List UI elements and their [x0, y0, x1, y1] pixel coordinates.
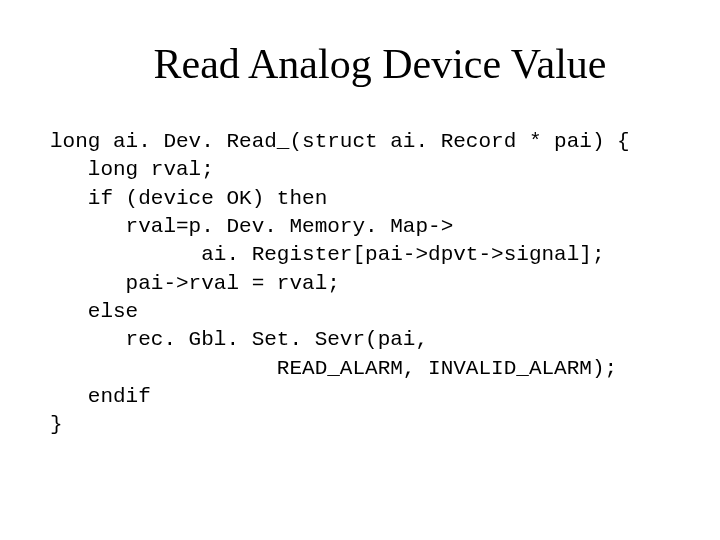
code-line: else	[50, 300, 138, 323]
code-line: endif	[50, 385, 151, 408]
slide-title: Read Analog Device Value	[40, 40, 680, 88]
code-line: READ_ALARM, INVALID_ALARM);	[50, 357, 617, 380]
code-line: }	[50, 413, 63, 436]
code-block: long ai. Dev. Read_(struct ai. Record * …	[50, 128, 680, 440]
code-line: if (device OK) then	[50, 187, 327, 210]
code-line: pai->rval = rval;	[50, 272, 340, 295]
code-line: rval=p. Dev. Memory. Map->	[50, 215, 453, 238]
code-line: ai. Register[pai->dpvt->signal];	[50, 243, 605, 266]
code-line: long ai. Dev. Read_(struct ai. Record * …	[50, 130, 630, 153]
code-line: rec. Gbl. Set. Sevr(pai,	[50, 328, 428, 351]
code-line: long rval;	[50, 158, 214, 181]
slide: Read Analog Device Value long ai. Dev. R…	[0, 0, 720, 540]
